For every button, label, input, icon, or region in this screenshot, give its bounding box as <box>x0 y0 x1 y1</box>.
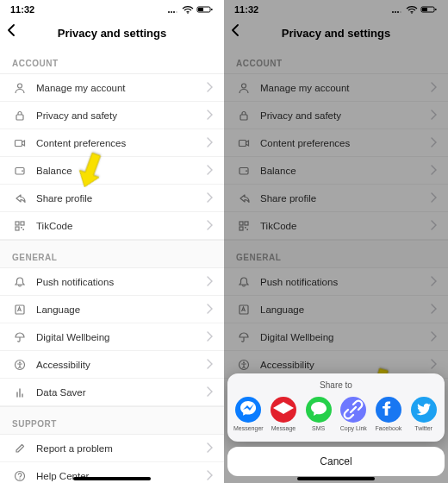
svg-point-24 <box>395 11 396 13</box>
navbar: Privacy and settings <box>0 19 224 47</box>
row-accessibility[interactable]: Accessibility <box>0 351 224 379</box>
share-icon <box>12 192 28 204</box>
link-icon <box>340 397 366 423</box>
svg-rect-21 <box>198 8 203 11</box>
battery-icon <box>196 5 214 14</box>
row-digital-wellbeing[interactable]: Digital Wellbeing <box>0 323 224 351</box>
svg-point-18 <box>176 11 177 13</box>
chevron-right-icon <box>207 385 214 400</box>
chevron-right-icon <box>207 135 214 151</box>
row-label: Digital Wellbeing <box>28 332 207 342</box>
row-share-profile[interactable]: Share profile <box>224 185 448 212</box>
signal-icon <box>167 5 179 14</box>
row-label: Content preferences <box>28 138 207 148</box>
row-balance[interactable]: Balance <box>0 157 224 185</box>
row-label: Accessibility <box>252 360 431 370</box>
share-copy-link[interactable]: Copy Link <box>336 397 370 431</box>
svg-point-27 <box>411 12 413 14</box>
share-sms[interactable]: SMS <box>302 397 336 431</box>
svg-point-15 <box>168 11 170 13</box>
section-account: ACCOUNT <box>0 47 224 74</box>
wifi-icon <box>406 5 418 14</box>
chevron-right-icon <box>207 218 214 234</box>
svg-rect-22 <box>211 9 213 10</box>
language-icon <box>236 304 252 316</box>
row-share-profile[interactable]: Share profile <box>0 185 224 212</box>
video-icon <box>236 137 252 149</box>
accessibility-icon <box>236 359 252 371</box>
bell-icon <box>236 276 252 288</box>
umbrella-icon <box>236 331 252 343</box>
data-icon <box>12 386 28 398</box>
umbrella-icon <box>12 331 28 343</box>
share-cancel[interactable]: Cancel <box>227 447 445 476</box>
share-twitter[interactable]: Twitter <box>407 397 441 431</box>
share-icon <box>236 192 252 204</box>
row-label: Accessibility <box>28 360 207 370</box>
row-push-notifications[interactable]: Push notifications <box>224 268 448 296</box>
share-message[interactable]: Message <box>266 397 301 431</box>
row-language[interactable]: Language <box>0 296 224 323</box>
help-icon <box>12 470 28 482</box>
row-label: TikCode <box>252 221 431 231</box>
back-button[interactable] <box>7 24 17 40</box>
edit-icon <box>12 442 28 455</box>
row-manage-account[interactable]: Manage my account <box>0 74 224 102</box>
row-content-preferences[interactable]: Content preferences <box>0 129 224 157</box>
section-general: GENERAL <box>0 240 224 268</box>
row-label: Report a problem <box>28 443 207 454</box>
row-language[interactable]: Language <box>224 296 448 323</box>
row-content-preferences[interactable]: Content preferences <box>224 129 448 157</box>
row-label: Share profile <box>252 193 431 204</box>
section-account: ACCOUNT <box>224 47 448 74</box>
row-digital-wellbeing[interactable]: Digital Wellbeing <box>224 323 448 351</box>
row-manage-account[interactable]: Manage my account <box>224 74 448 102</box>
row-tikcode[interactable]: TikCode <box>224 212 448 240</box>
share-messenger[interactable]: Messenger <box>231 397 265 431</box>
row-label: Manage my account <box>28 83 207 93</box>
row-data-saver[interactable]: Data Saver <box>0 379 224 406</box>
qr-icon <box>12 220 28 232</box>
svg-point-16 <box>171 11 172 13</box>
row-tikcode[interactable]: TikCode <box>0 212 224 240</box>
qr-icon <box>236 220 252 232</box>
share-apps: Messenger Message SMS Copy Link Facebook… <box>231 395 441 438</box>
svg-point-19 <box>187 12 189 14</box>
wifi-icon <box>182 5 194 14</box>
chevron-right-icon <box>431 302 438 317</box>
row-label: TikCode <box>28 221 207 231</box>
app-label: Message <box>271 425 296 431</box>
app-label: SMS <box>312 425 325 431</box>
row-label: Digital Wellbeing <box>252 332 431 342</box>
row-balance[interactable]: Balance <box>224 157 448 185</box>
svg-point-25 <box>397 11 399 13</box>
navbar: Privacy and settings <box>224 19 448 47</box>
status-right <box>391 5 438 14</box>
row-label: Push notifications <box>28 277 207 287</box>
svg-point-26 <box>400 11 401 13</box>
row-label: Balance <box>28 166 207 176</box>
chevron-right-icon <box>207 191 214 206</box>
language-icon <box>12 304 28 316</box>
app-label: Messenger <box>233 425 264 431</box>
share-facebook[interactable]: Facebook <box>371 397 406 431</box>
wallet-icon <box>236 165 252 177</box>
row-report-problem[interactable]: Report a problem <box>0 435 224 462</box>
person-icon <box>236 82 252 94</box>
signal-icon <box>391 5 403 14</box>
chevron-right-icon <box>207 80 214 96</box>
svg-point-23 <box>392 11 394 13</box>
chevron-right-icon <box>207 302 214 317</box>
twitter-icon <box>411 397 437 423</box>
chevron-right-icon <box>431 135 438 151</box>
row-label: Balance <box>252 166 431 176</box>
row-privacy-safety[interactable]: Privacy and safety <box>224 102 448 129</box>
row-privacy-safety[interactable]: Privacy and safety <box>0 102 224 129</box>
app-label: Facebook <box>376 425 402 431</box>
messenger-icon <box>235 397 261 423</box>
facebook-icon <box>376 397 401 423</box>
back-button[interactable] <box>231 24 241 40</box>
row-label: Privacy and safety <box>28 110 207 121</box>
row-push-notifications[interactable]: Push notifications <box>0 268 224 296</box>
status-time: 11:32 <box>10 4 34 15</box>
